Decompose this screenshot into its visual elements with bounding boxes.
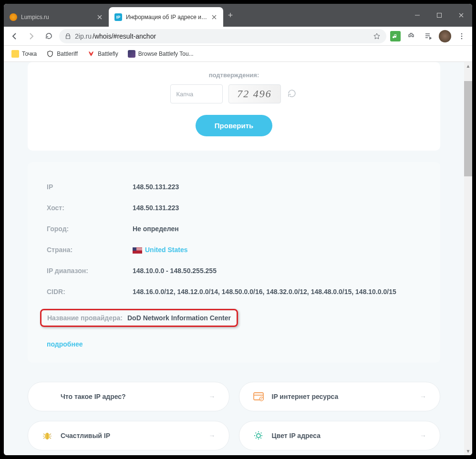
tab-lumpics[interactable]: Lumpics.ru [4, 7, 109, 27]
range-label: IP диапазон: [47, 267, 133, 275]
maximize-button[interactable] [428, 4, 450, 27]
quick-icon [41, 391, 53, 402]
quick-label: Счастливый IP [61, 432, 110, 439]
titlebar: Lumpics.ru IP Информация об IP адресе ил… [4, 4, 472, 27]
bookmark-icon [128, 50, 135, 58]
country-label: Страна: [47, 246, 133, 254]
bookmark-battleriff[interactable]: Battleriff [42, 48, 82, 60]
provider-value: DoD Network Information Center [127, 314, 231, 322]
provider-highlight: Название провайдера:DoD Network Informat… [40, 309, 238, 327]
gear-icon [253, 430, 264, 441]
tab-favicon [10, 13, 17, 21]
extensions-icon[interactable] [404, 30, 418, 43]
svg-point-2 [461, 35, 463, 37]
arrow-icon: → [209, 393, 216, 400]
svg-point-1 [461, 33, 463, 34]
city-value: Не определен [133, 225, 179, 233]
tab-title: Информация об IP адресе или [126, 14, 207, 20]
quick-links-grid: Что такое IP адрес? → IP интернет ресурс… [28, 382, 440, 450]
bookmark-label: Browse Battlefy Tou... [138, 51, 194, 57]
lock-icon [65, 33, 71, 39]
menu-icon[interactable] [455, 30, 468, 43]
quick-ip-color[interactable]: Цвет IP адреса → [239, 421, 441, 450]
arrow-icon: → [420, 393, 426, 400]
scroll-up-icon[interactable]: ▲ [464, 62, 472, 70]
bookmark-battlefy[interactable]: Browse Battlefy Tou... [124, 48, 197, 60]
cidr-value: 148.16.0.0/12, 148.12.0.0/14, 148.50.0.0… [133, 288, 396, 296]
ip-value: 148.50.131.223 [133, 183, 179, 191]
reload-button[interactable] [42, 30, 55, 43]
quick-label: IP интернет ресурса [272, 393, 339, 400]
scroll-down-icon[interactable]: ▼ [464, 447, 472, 455]
captcha-input[interactable] [170, 84, 223, 103]
results-card: IP148.50.131.223 Хост:148.50.131.223 Гор… [28, 162, 440, 363]
url-path: /whois/#result-anchor [93, 32, 156, 40]
shield-icon [46, 50, 54, 58]
scroll-thumb[interactable] [464, 81, 472, 176]
confirm-label: подтверждения: [47, 71, 421, 79]
bookmark-battlefly[interactable]: Battlefly [83, 48, 122, 60]
svg-rect-0 [437, 13, 442, 18]
quick-lucky-ip[interactable]: Счастливый IP → [28, 421, 229, 450]
provider-label: Название провайдера: [47, 314, 127, 322]
page-content: подтверждения: 72 496 Проверить IP148.50… [4, 62, 464, 455]
bookmark-icon [11, 50, 19, 58]
avatar[interactable] [439, 30, 451, 42]
host-label: Хост: [47, 204, 133, 212]
arrow-icon: → [420, 432, 426, 439]
scrollbar[interactable]: ▲ ▼ [464, 62, 472, 455]
forward-button[interactable] [25, 30, 38, 43]
bookmark-icon [87, 50, 95, 58]
new-tab-button[interactable]: + [223, 4, 238, 27]
country-value[interactable]: United States [133, 246, 187, 254]
bug-icon [41, 430, 53, 441]
tab-2ip[interactable]: IP Информация об IP адресе или [109, 7, 223, 27]
bookmark-label: Battleriff [57, 51, 78, 57]
host-value: 148.50.131.223 [133, 204, 179, 212]
check-button[interactable]: Проверить [196, 115, 272, 136]
url-host: 2ip.ru [75, 32, 92, 40]
more-link[interactable]: подробнее [47, 340, 83, 348]
quick-what-is-ip[interactable]: Что такое IP адрес? → [28, 382, 229, 411]
bookmark-tochka[interactable]: Точка [8, 48, 41, 60]
city-label: Город: [47, 225, 133, 233]
browser-window: Lumpics.ru IP Информация об IP адресе ил… [4, 4, 472, 455]
close-window-button[interactable] [450, 4, 472, 27]
browser-icon [253, 391, 264, 402]
arrow-icon: → [209, 432, 216, 439]
quick-label: Цвет IP адреса [272, 432, 321, 439]
cidr-label: CIDR: [47, 288, 133, 296]
bookmark-label: Точка [22, 51, 37, 57]
toolbar: 2ip.ru/whois/#result-anchor [4, 27, 472, 46]
refresh-captcha-icon[interactable] [287, 88, 298, 100]
svg-point-3 [461, 38, 463, 39]
music-extension-icon[interactable] [390, 31, 401, 41]
close-icon[interactable] [211, 14, 217, 20]
flag-icon [133, 247, 142, 254]
svg-point-7 [257, 434, 260, 438]
range-value: 148.10.0.0 - 148.50.255.255 [133, 267, 217, 275]
ip-label: IP [47, 183, 133, 191]
captcha-image: 72 496 [228, 84, 281, 103]
quick-ip-resource[interactable]: IP интернет ресурса → [239, 382, 441, 411]
window-controls [406, 4, 472, 27]
media-icon[interactable] [422, 30, 435, 43]
bookmark-label: Battlefly [98, 51, 118, 57]
star-icon[interactable] [373, 32, 381, 40]
whois-form-card: подтверждения: 72 496 Проверить [28, 62, 440, 151]
tab-title: Lumpics.ru [21, 14, 93, 20]
close-icon[interactable] [96, 14, 103, 20]
quick-label: Что такое IP адрес? [61, 393, 126, 400]
tab-favicon: IP [114, 13, 122, 21]
minimize-button[interactable] [406, 4, 428, 27]
address-bar[interactable]: 2ip.ru/whois/#result-anchor [59, 29, 386, 43]
bookmarks-bar: Точка Battleriff Battlefly Browse Battle… [4, 46, 472, 62]
back-button[interactable] [8, 30, 21, 43]
